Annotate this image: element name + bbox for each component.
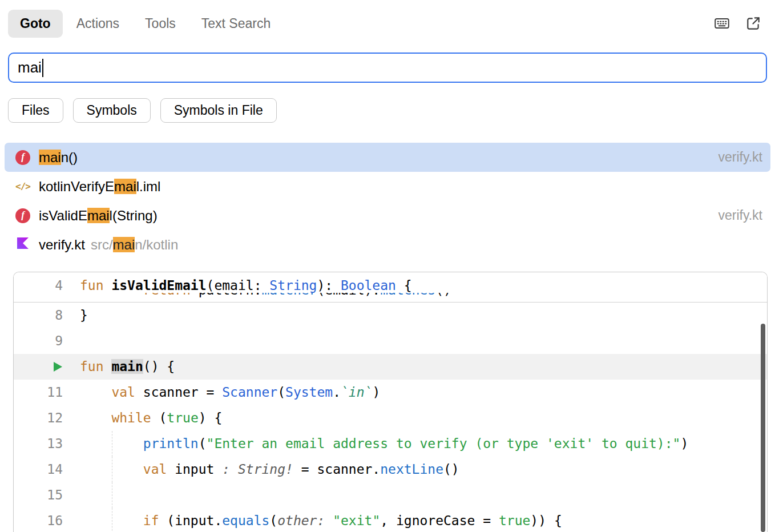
code-line[interactable]: 11 val scanner = Scanner(System.`in`)	[14, 380, 767, 405]
filter-files[interactable]: Files	[8, 98, 63, 123]
function-icon: f	[15, 208, 30, 223]
tabs: GotoActionsToolsText Search	[8, 10, 284, 38]
code-text	[80, 328, 767, 354]
line-number: 14	[14, 457, 80, 482]
tabs-row: GotoActionsToolsText Search	[0, 0, 775, 38]
scrolled-line-peek: return pattern.matcher(email).matches()	[14, 293, 767, 301]
match-highlight: mai	[113, 237, 135, 252]
result-row[interactable]: fmain()verify.kt	[5, 143, 770, 172]
result-name: main()	[39, 150, 78, 166]
tab-tools[interactable]: Tools	[133, 10, 188, 38]
match-highlight: mai	[39, 150, 61, 165]
run-gutter[interactable]	[14, 354, 80, 380]
line-number: 13	[14, 431, 80, 457]
header-icons	[713, 15, 761, 32]
line-number: 15	[14, 482, 80, 508]
filter-symbols-in-file[interactable]: Symbols in File	[160, 98, 277, 123]
filter-buttons: FilesSymbolsSymbols in File	[8, 98, 767, 123]
code-text: }	[80, 303, 767, 328]
code-line[interactable]: 13 println("Enter an email address to ve…	[14, 431, 767, 457]
tab-actions[interactable]: Actions	[64, 10, 131, 38]
result-icon-wrap: </>	[14, 181, 32, 192]
xml-file-icon: </>	[15, 181, 30, 192]
result-icon-wrap: f	[14, 150, 32, 165]
open-in-separate-window-icon[interactable]	[745, 15, 761, 31]
result-name: kotlinVerifyEmail.iml	[39, 179, 160, 195]
code-line[interactable]: 16 if (input.equals(other: "exit", ignor…	[14, 508, 767, 532]
code-text: val input : String! = scanner.nextLine()	[80, 457, 767, 482]
line-number: 12	[14, 405, 80, 431]
code-text	[80, 482, 767, 508]
text-caret	[42, 59, 43, 77]
code-line[interactable]: 14 val input : String! = scanner.nextLin…	[14, 457, 767, 482]
shortcuts-keyboard-icon[interactable]	[713, 15, 730, 32]
code-text: if (input.equals(other: "exit", ignoreCa…	[80, 508, 767, 532]
run-icon	[53, 361, 63, 372]
tab-text-search[interactable]: Text Search	[189, 10, 282, 38]
result-location: verify.kt	[718, 150, 762, 165]
search-everywhere-dialog: GotoActionsToolsText Search mai FilesSym…	[0, 0, 775, 532]
result-location: verify.kt	[718, 208, 762, 223]
filter-symbols[interactable]: Symbols	[73, 98, 151, 123]
code-preview[interactable]: 4fun isValidEmail(email: String): Boolea…	[13, 272, 768, 532]
code-text: while (true) {	[80, 405, 767, 431]
line-number: 16	[14, 508, 80, 532]
code-text: val scanner = Scanner(System.`in`)	[80, 380, 767, 405]
sticky-header-line: 4fun isValidEmail(email: String): Boolea…	[14, 272, 767, 303]
code-text: println("Enter an email address to verif…	[80, 431, 767, 457]
code-line[interactable]: 12 while (true) {	[14, 405, 767, 431]
match-highlight: mai	[87, 208, 110, 223]
code-text: return pattern.matcher(email).matches()	[80, 293, 767, 301]
result-row[interactable]: fisValidEmail(String)verify.kt	[5, 201, 770, 230]
code-text: fun main() {	[80, 354, 767, 380]
line-number: 11	[14, 380, 80, 405]
code-line[interactable]: 8}	[14, 303, 767, 328]
function-icon: f	[15, 150, 30, 165]
search-text: mai	[18, 59, 42, 76]
result-name: isValidEmail(String)	[39, 208, 158, 224]
results-list: fmain()verify.kt</>kotlinVerifyEmail.iml…	[0, 143, 775, 259]
result-icon-wrap	[14, 236, 32, 253]
line-number: 9	[14, 328, 80, 354]
tab-goto[interactable]: Goto	[8, 10, 63, 38]
code-line[interactable]: return pattern.matcher(email).matches()	[14, 293, 767, 301]
result-icon-wrap: f	[14, 208, 32, 223]
code-line[interactable]: fun main() {	[14, 354, 767, 380]
line-number: 8	[14, 303, 80, 328]
line-number	[14, 293, 80, 301]
code-line[interactable]: 9	[14, 328, 767, 354]
search-input[interactable]: mai	[8, 53, 767, 83]
result-path: src/main/kotlin	[91, 237, 178, 253]
scrollbar-thumb[interactable]	[761, 324, 765, 532]
result-row[interactable]: verify.ktsrc/main/kotlin	[5, 230, 770, 259]
result-name: verify.kt	[39, 237, 85, 253]
match-highlight: mai	[114, 179, 136, 194]
code-line[interactable]: 15	[14, 482, 767, 508]
kotlin-file-icon	[16, 236, 30, 253]
result-row[interactable]: </>kotlinVerifyEmail.iml	[5, 172, 770, 201]
